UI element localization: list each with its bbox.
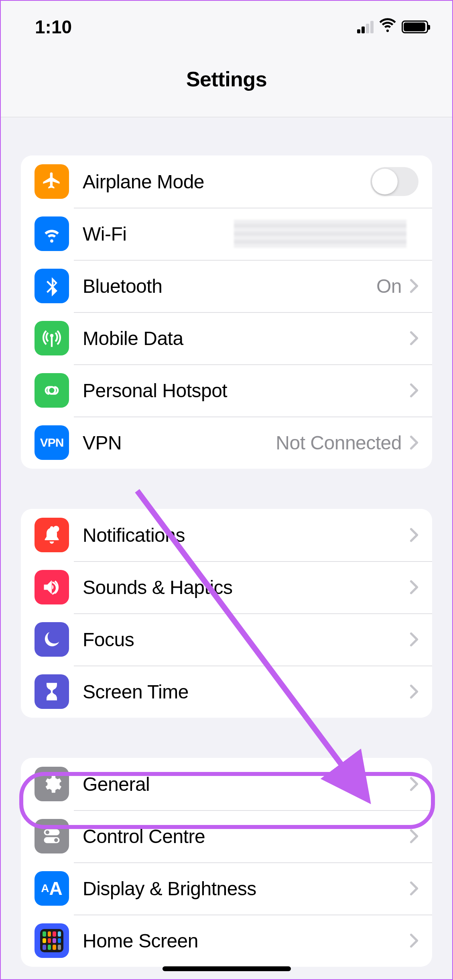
row-label: Mobile Data — [83, 327, 183, 349]
row-label: Display & Brightness — [83, 878, 256, 900]
row-label: Sounds & Haptics — [83, 576, 233, 598]
row-sounds-haptics[interactable]: Sounds & Haptics — [21, 561, 432, 613]
chevron-right-icon — [410, 527, 418, 543]
chevron-right-icon — [410, 881, 418, 896]
wifi-icon — [35, 216, 69, 251]
text-size-icon: AA — [35, 871, 69, 906]
chevron-right-icon — [410, 829, 418, 844]
svg-point-0 — [53, 526, 59, 532]
row-value: On — [376, 275, 402, 297]
row-label: Wi-Fi — [83, 223, 126, 245]
chevron-right-icon — [410, 684, 418, 699]
chevron-right-icon — [410, 331, 418, 346]
link-icon — [35, 373, 69, 408]
row-personal-hotspot[interactable]: Personal Hotspot — [21, 364, 432, 416]
row-label: Home Screen — [83, 930, 198, 952]
row-value: Not Connected — [276, 432, 402, 454]
airplane-icon — [35, 164, 69, 199]
toggles-icon — [35, 819, 69, 853]
speaker-icon — [35, 570, 69, 604]
row-label: Notifications — [83, 524, 185, 546]
row-control-centre[interactable]: Control Centre — [21, 810, 432, 862]
row-label: General — [83, 773, 150, 795]
settings-group-alerts: Notifications Sounds & Haptics Focus S — [21, 509, 432, 718]
vpn-icon: VPN — [35, 425, 69, 460]
chevron-right-icon — [410, 632, 418, 647]
settings-header: Settings — [1, 41, 452, 117]
row-focus[interactable]: Focus — [21, 613, 432, 666]
row-bluetooth[interactable]: Bluetooth On — [21, 260, 432, 312]
antenna-icon — [35, 321, 69, 355]
apps-grid-icon — [35, 923, 69, 958]
row-display-brightness[interactable]: AA Display & Brightness — [21, 862, 432, 915]
chevron-right-icon — [410, 278, 418, 294]
hourglass-icon — [35, 674, 69, 709]
row-label: VPN — [83, 432, 122, 454]
moon-icon — [35, 622, 69, 657]
chevron-right-icon — [410, 435, 418, 450]
row-vpn[interactable]: VPN VPN Not Connected — [21, 416, 432, 469]
chevron-right-icon — [410, 776, 418, 792]
status-indicators — [357, 16, 428, 38]
row-label: Personal Hotspot — [83, 380, 227, 402]
svg-point-4 — [54, 838, 58, 842]
home-indicator — [163, 966, 291, 971]
row-label: Airplane Mode — [83, 171, 204, 193]
row-label: Screen Time — [83, 681, 189, 703]
battery-icon — [402, 20, 428, 33]
row-label: Bluetooth — [83, 275, 162, 297]
settings-group-network: Airplane Mode Wi-Fi Bluetooth On — [21, 155, 432, 469]
svg-point-2 — [45, 830, 49, 834]
row-airplane-mode[interactable]: Airplane Mode — [21, 155, 432, 208]
cellular-signal-icon — [357, 20, 374, 33]
page-title: Settings — [186, 67, 267, 91]
chevron-right-icon — [410, 933, 418, 948]
bluetooth-icon — [35, 269, 69, 303]
airplane-toggle[interactable] — [370, 167, 418, 196]
wifi-network-name-redacted — [234, 220, 406, 248]
chevron-right-icon — [410, 383, 418, 398]
row-general[interactable]: General — [21, 758, 432, 810]
row-label: Focus — [83, 629, 134, 651]
status-bar: 1:10 — [1, 1, 452, 41]
row-home-screen[interactable]: Home Screen — [21, 915, 432, 967]
row-wifi[interactable]: Wi-Fi — [21, 208, 432, 260]
wifi-status-icon — [379, 16, 396, 38]
row-screen-time[interactable]: Screen Time — [21, 666, 432, 718]
row-notifications[interactable]: Notifications — [21, 509, 432, 561]
chevron-right-icon — [410, 580, 418, 595]
row-mobile-data[interactable]: Mobile Data — [21, 312, 432, 364]
settings-group-system: General Control Centre AA Display & Brig… — [21, 758, 432, 967]
gear-icon — [35, 767, 69, 801]
bell-icon — [35, 518, 69, 552]
status-time: 1:10 — [35, 16, 72, 38]
row-label: Control Centre — [83, 825, 205, 847]
